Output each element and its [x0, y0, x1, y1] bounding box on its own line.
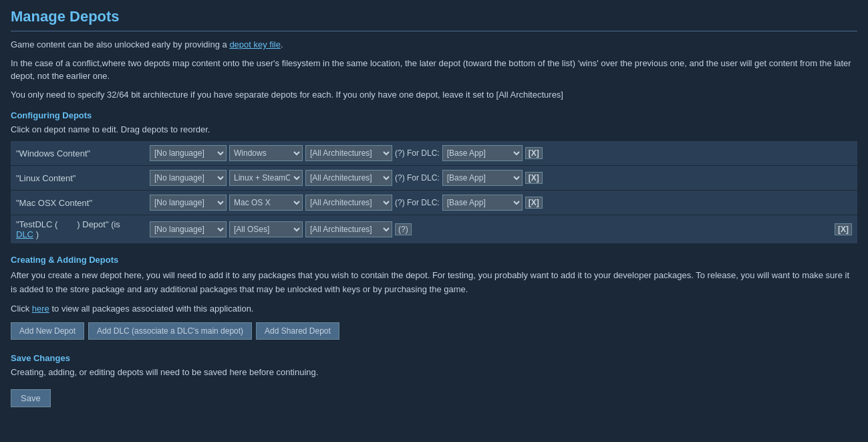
language-select-mac[interactable]: [No language] English French: [150, 195, 227, 211]
save-section: Save Changes Creating, adding, or editin…: [11, 353, 857, 407]
save-changes-title: Save Changes: [11, 353, 857, 363]
add-shared-depot-button[interactable]: Add Shared Depot: [256, 322, 339, 340]
page-title: Manage Depots: [11, 8, 857, 25]
configuring-instructions: Click on depot name to edit. Drag depots…: [11, 124, 857, 134]
arch-select-linux[interactable]: [All Architectures] 32-bit 64-bit: [305, 170, 392, 186]
dlc-select-mac[interactable]: [Base App] None: [442, 195, 523, 211]
dlc-link[interactable]: DLC: [16, 229, 33, 239]
creating-depots-title: Creating & Adding Depots: [11, 255, 857, 265]
intro-text-3: You only need to specify 32/64 bit archi…: [11, 88, 857, 102]
save-button[interactable]: Save: [11, 389, 51, 407]
create-buttons-row: Add New Depot Add DLC (associate a DLC's…: [11, 322, 857, 340]
os-select-mac[interactable]: Mac OS X Windows Linux + SteamOS [All OS…: [229, 195, 303, 211]
delete-btn-mac[interactable]: [X]: [525, 197, 543, 209]
os-select-linux[interactable]: Linux + SteamOS Windows Mac OS X [All OS…: [229, 170, 303, 186]
language-select-testdlc[interactable]: [No language] English French: [150, 221, 227, 237]
language-select-linux[interactable]: [No language] English French: [150, 170, 227, 186]
depot-table: "Windows Content" [No language] English …: [11, 141, 857, 244]
for-dlc-label-linux: (?) For DLC:: [395, 173, 440, 183]
dlc-select-linux[interactable]: [Base App] None: [442, 170, 523, 186]
language-select-windows[interactable]: [No language] English French: [150, 145, 227, 161]
depot-key-link[interactable]: depot key file: [229, 39, 281, 49]
intro-text-2: In the case of a conflict,where two depo…: [11, 57, 857, 83]
delete-btn-testdlc[interactable]: [X]: [835, 223, 852, 235]
table-row: "Linux Content" [No language] English Fr…: [11, 166, 857, 191]
question-mark-testdlc[interactable]: (?): [395, 223, 412, 235]
table-row: "Windows Content" [No language] English …: [11, 141, 857, 166]
for-dlc-label-mac: (?) For DLC:: [395, 198, 440, 207]
table-row: "Mac OSX Content" [No language] English …: [11, 191, 857, 215]
add-new-depot-button[interactable]: Add New Depot: [11, 322, 84, 340]
creating-instructions-1: After you create a new depot here, you w…: [11, 269, 857, 297]
dlc-select-windows[interactable]: [Base App] None: [442, 145, 523, 161]
delete-btn-linux[interactable]: [X]: [525, 172, 543, 184]
creating-instructions-2: Click here to view all packages associat…: [11, 302, 857, 316]
depot-name-testdlc[interactable]: "TestDLC ( ) Depot" (is DLC ): [11, 215, 144, 244]
os-select-windows[interactable]: Windows Mac OS X Linux + SteamOS [All OS…: [229, 145, 303, 161]
table-row: "TestDLC ( ) Depot" (is DLC ) [No langua…: [11, 215, 857, 244]
packages-link[interactable]: here: [32, 304, 49, 314]
delete-btn-windows[interactable]: [X]: [525, 147, 543, 159]
depot-name-windows[interactable]: "Windows Content": [11, 141, 144, 166]
depot-name-mac[interactable]: "Mac OSX Content": [11, 191, 144, 215]
divider: [11, 31, 857, 31]
for-dlc-label-windows: (?) For DLC:: [395, 148, 440, 158]
arch-select-testdlc[interactable]: [All Architectures] 32-bit 64-bit: [305, 221, 392, 237]
arch-select-mac[interactable]: [All Architectures] 32-bit 64-bit: [305, 195, 392, 211]
arch-select-windows[interactable]: [All Architectures] 32-bit 64-bit: [305, 145, 392, 161]
intro-text-1: Game content can be also unlocked early …: [11, 38, 857, 51]
depot-name-linux[interactable]: "Linux Content": [11, 166, 144, 191]
os-select-testdlc[interactable]: [All OSes] Windows Mac OS X Linux + Stea…: [229, 221, 303, 237]
save-description: Creating, adding, or editing depots will…: [11, 367, 857, 377]
add-dlc-depot-button[interactable]: Add DLC (associate a DLC's main depot): [88, 322, 252, 340]
creating-section: Creating & Adding Depots After you creat…: [11, 255, 857, 340]
configuring-depots-title: Configuring Depots: [11, 110, 857, 120]
